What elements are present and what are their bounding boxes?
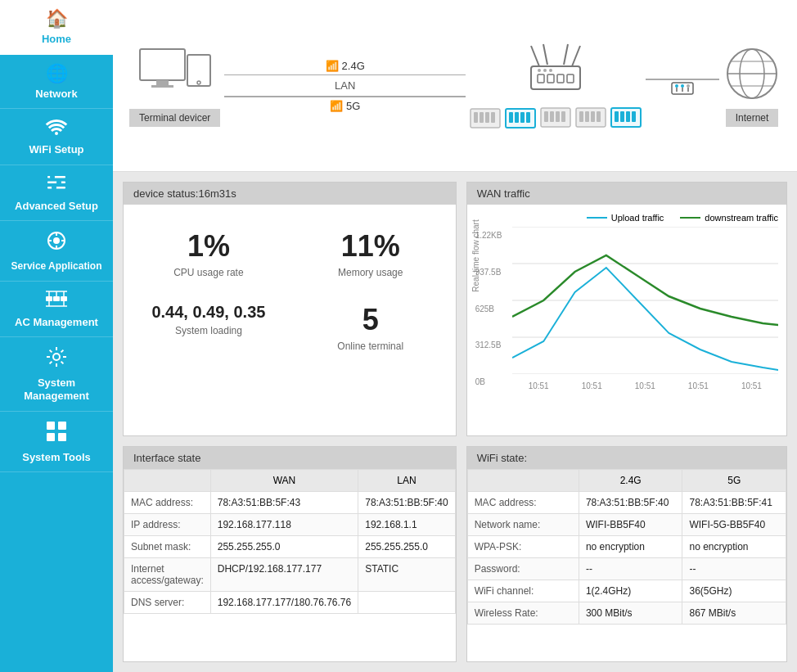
- wifi-24-value: --: [579, 558, 682, 580]
- wan-traffic-card: WAN traffic Upload traffic downstream tr…: [466, 182, 787, 436]
- sidebar-item-wifi[interactable]: WiFi Setup: [0, 109, 113, 165]
- svg-rect-63: [597, 111, 601, 122]
- chart-legend: Upload traffic downstream traffic: [475, 213, 778, 223]
- service-icon: [45, 229, 68, 257]
- sidebar-item-network[interactable]: 🌐 Network: [0, 55, 113, 110]
- wifi-row: Password: -- --: [467, 558, 786, 580]
- upload-legend-label: Upload traffic: [611, 213, 664, 223]
- sidebar-label-ac: AC Management: [15, 316, 98, 329]
- svg-point-3: [50, 174, 55, 179]
- terminal-value: 5: [362, 303, 379, 337]
- interface-state-card: Interface state WAN LAN MAC address: 78:…: [123, 446, 457, 662]
- wifi-24-value: 1(2.4GHz): [579, 580, 682, 602]
- sidebar-item-system[interactable]: System Management: [0, 337, 113, 411]
- svg-point-70: [675, 84, 678, 88]
- terminal-device-icon: [138, 45, 212, 102]
- interface-wan-value: 192.168.177.118: [210, 514, 358, 536]
- col-wan-header: WAN: [210, 470, 358, 492]
- interface-lan-value: 78:A3:51:BB:5F:40: [358, 492, 455, 514]
- svg-rect-24: [58, 422, 66, 430]
- network-diagram: Terminal devicer 📶 2.4G LAN 📶 5G: [113, 0, 797, 172]
- sidebar-item-service[interactable]: Service Application: [0, 221, 113, 281]
- traffic-chart: [512, 227, 778, 374]
- wifi-5-value: 78:A3:51:BB:5F:41: [682, 492, 786, 514]
- loading-value: 0.44, 0.49, 0.35: [151, 303, 265, 322]
- interface-wan-value: 192.168.177.177/180.76.76.76: [210, 592, 358, 614]
- downstream-legend-line: [680, 217, 700, 219]
- tools-icon: [45, 420, 68, 448]
- wifi-label: WPA-PSK:: [467, 536, 579, 558]
- upload-legend: Upload traffic: [587, 213, 664, 223]
- interface-row: IP address: 192.168.177.118 192.168.1.1: [124, 514, 456, 536]
- sidebar-item-tools[interactable]: System Tools: [0, 412, 113, 473]
- interface-wan-value: 255.255.255.0: [210, 536, 358, 558]
- svg-rect-50: [509, 112, 513, 123]
- internet-globe-icon: [723, 45, 781, 102]
- svg-rect-28: [156, 80, 169, 85]
- terminal-label: Online terminal: [337, 341, 403, 352]
- port-5-icon: [610, 107, 642, 128]
- interface-wan-value: 78:A3:51:BB:5F:43: [210, 492, 358, 514]
- interface-label: Internet access/gateway:: [124, 558, 211, 592]
- sidebar: 🏠 Home 🌐 Network WiFi Setup Advanced Set…: [0, 0, 113, 672]
- loading-stat: 0.44, 0.49, 0.35 System loading: [132, 295, 286, 360]
- svg-rect-67: [626, 111, 630, 122]
- wifi-state-card: WiFi state: 2.4G 5G MAC address: 78:A3:5…: [466, 446, 787, 662]
- terminal-device-button[interactable]: Terminal devicer: [129, 109, 220, 127]
- chart-wrapper: Real-time flow chart 1.22KB 937.5B 625B …: [475, 227, 778, 390]
- interface-lan-value: 192.168.1.1: [358, 514, 455, 536]
- svg-rect-48: [491, 112, 495, 123]
- band-5-label: 📶 5G: [330, 100, 360, 112]
- wifi-label: Password:: [467, 558, 579, 580]
- interface-row: Subnet mask: 255.255.255.0 255.255.255.0: [124, 536, 456, 558]
- svg-point-42: [543, 69, 547, 72]
- svg-rect-51: [515, 112, 519, 123]
- interface-row: Internet access/gateway: DHCP/192.168.17…: [124, 558, 456, 592]
- wifi-col-24-header: 2.4G: [579, 470, 682, 492]
- wifi-5-value: no encryption: [682, 536, 786, 558]
- port-icons: [470, 107, 642, 130]
- svg-rect-14: [61, 296, 67, 301]
- col-empty: [124, 470, 211, 492]
- wifi-5-value: --: [682, 558, 786, 580]
- downstream-legend-label: downstream traffic: [705, 213, 778, 223]
- sidebar-label-system: System Management: [4, 377, 109, 402]
- wan-line: [642, 70, 723, 101]
- svg-rect-52: [520, 112, 525, 123]
- system-mgmt-icon: [45, 345, 68, 373]
- sidebar-item-advanced[interactable]: Advanced Setup: [0, 165, 113, 222]
- sidebar-item-ac[interactable]: AC Management: [0, 282, 113, 338]
- interface-lan-value: 255.255.255.0: [358, 536, 455, 558]
- wifi-state-header: WiFi state:: [467, 447, 786, 469]
- svg-rect-45: [474, 112, 478, 123]
- svg-rect-55: [544, 111, 548, 122]
- svg-rect-58: [561, 111, 565, 122]
- interface-label: DNS server:: [124, 592, 211, 614]
- svg-rect-38: [547, 74, 554, 83]
- ac-icon: [44, 290, 69, 313]
- svg-rect-68: [632, 111, 636, 122]
- sliders-icon: [46, 174, 67, 196]
- interface-row: DNS server: 192.168.177.177/180.76.76.76: [124, 592, 456, 614]
- sidebar-item-home[interactable]: 🏠 Home: [0, 0, 113, 55]
- lan-label: LAN: [335, 78, 355, 93]
- svg-rect-56: [550, 111, 554, 122]
- wifi-row: Wireless Rate: 300 MBit/s 867 MBit/s: [467, 602, 786, 625]
- wifi-24-value: WIFI-BB5F40: [579, 514, 682, 536]
- internet-button[interactable]: Internet: [726, 109, 779, 127]
- svg-rect-25: [47, 433, 55, 441]
- interface-label: Subnet mask:: [124, 536, 211, 558]
- content-grid: device status:16m31s 1% CPU usage rate 1…: [113, 172, 797, 672]
- router-section: [470, 42, 642, 130]
- wifi-5-value: WIFI-5G-BB5F40: [682, 514, 786, 536]
- wifi-setup-icon: [45, 117, 68, 140]
- device-status-card: device status:16m31s 1% CPU usage rate 1…: [123, 182, 457, 436]
- memory-stat: 11% Memory usage: [294, 221, 448, 286]
- svg-point-4: [56, 180, 61, 185]
- sidebar-label-wifi: WiFi Setup: [29, 143, 83, 156]
- sidebar-label-network: Network: [35, 88, 77, 101]
- wifi-5-value: 867 MBit/s: [682, 602, 786, 625]
- cpu-stat: 1% CPU usage rate: [132, 221, 286, 286]
- svg-line-33: [543, 44, 547, 65]
- cpu-value: 1%: [187, 229, 230, 264]
